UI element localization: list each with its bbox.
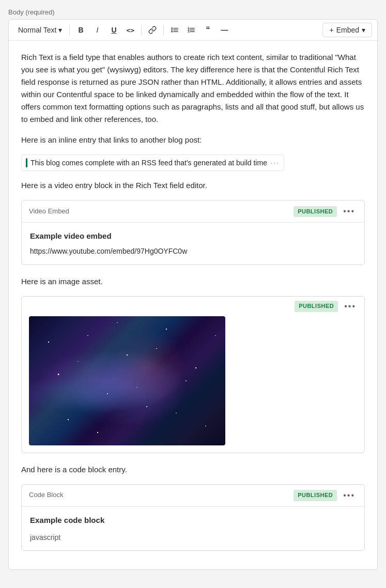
field-label: Body (required): [8, 8, 378, 16]
video-card-title: Example video embed: [30, 230, 356, 242]
quote-button[interactable]: “: [200, 23, 215, 37]
bold-button[interactable]: B: [73, 23, 88, 37]
toolbar-divider-1: [69, 25, 70, 35]
svg-rect-7: [190, 28, 195, 28]
svg-point-0: [172, 27, 173, 29]
embed-label: Embed: [336, 26, 359, 34]
video-embed-card: Video Embed PUBLISHED ••• Example video …: [21, 200, 365, 265]
code-card-menu-button[interactable]: •••: [341, 490, 357, 501]
format-buttons: B I U <>: [73, 23, 138, 37]
paragraph-2: Here is an inline entry that links to an…: [21, 134, 365, 146]
code-card-body: Example code block javascript: [22, 507, 364, 550]
hr-button[interactable]: —: [217, 23, 232, 37]
video-card-body: Example video embed https://www.youtube.…: [22, 223, 364, 264]
svg-rect-3: [174, 29, 178, 30]
bullet-list-button[interactable]: [167, 23, 182, 37]
paragraph-3: Here is a video entry block in the Rich …: [21, 179, 365, 192]
video-card-type: Video Embed: [29, 206, 69, 217]
code-card-language: javascript: [30, 530, 356, 543]
link-button[interactable]: [145, 23, 160, 37]
video-card-url: https://www.youtube.com/embed/97Hg0OYFC0…: [30, 245, 356, 257]
code-card-header: Code Block PUBLISHED •••: [22, 485, 364, 507]
toolbar-divider-3: [163, 25, 164, 35]
code-button[interactable]: <>: [122, 23, 138, 37]
inline-entry-text: This blog comes complete with an RSS fee…: [30, 157, 267, 168]
italic-button[interactable]: I: [89, 23, 105, 37]
ordered-list-icon: 1. 2. 3.: [187, 26, 195, 34]
code-card-type: Code Block: [29, 490, 63, 501]
code-card-title: Example code block: [30, 514, 356, 527]
paragraph-4: Here is an image asset.: [21, 275, 365, 288]
image-asset-card: PUBLISHED •••: [21, 296, 365, 453]
embed-chevron-icon: ▾: [362, 26, 365, 34]
toolbar-divider-2: [141, 25, 142, 35]
ordered-list-button[interactable]: 1. 2. 3.: [183, 23, 199, 37]
underline-button[interactable]: U: [106, 23, 121, 37]
editor-content: Rich Text is a field type that enables a…: [9, 41, 377, 569]
code-block-card: Code Block PUBLISHED ••• Example code bl…: [21, 484, 365, 551]
video-card-header: Video Embed PUBLISHED •••: [22, 200, 364, 223]
image-card-menu-button[interactable]: •••: [342, 301, 358, 312]
svg-rect-9: [190, 29, 195, 30]
image-card-header: PUBLISHED •••: [22, 297, 364, 316]
svg-rect-11: [190, 32, 195, 32]
link-icon: [148, 26, 157, 34]
video-published-badge: PUBLISHED: [294, 206, 337, 218]
code-published-badge: PUBLISHED: [294, 490, 337, 501]
text-style-label: Normal Text: [18, 26, 56, 34]
embed-button[interactable]: + Embed ▾: [322, 23, 372, 37]
paragraph-1: Rich Text is a field type that enables a…: [21, 51, 365, 126]
chevron-down-icon: ▾: [58, 26, 62, 34]
inline-entry-accent-bar: [26, 158, 27, 167]
svg-point-2: [172, 29, 173, 31]
embed-plus-icon: +: [329, 26, 333, 34]
video-card-header-right: PUBLISHED •••: [294, 206, 357, 217]
galaxy-image: [29, 316, 225, 445]
image-published-badge: PUBLISHED: [295, 301, 338, 312]
code-card-header-right: PUBLISHED •••: [294, 490, 357, 501]
rich-text-editor: Normal Text ▾ B I U <>: [8, 19, 378, 570]
bullet-list-icon: [171, 26, 179, 34]
svg-rect-1: [174, 28, 178, 28]
svg-point-4: [172, 31, 173, 33]
inline-entry-menu-dots[interactable]: ···: [270, 157, 280, 168]
text-style-dropdown[interactable]: Normal Text ▾: [14, 24, 66, 36]
video-card-menu-button[interactable]: •••: [341, 206, 357, 217]
paragraph-5: And here is a code block entry.: [21, 463, 365, 476]
inline-entry[interactable]: This blog comes complete with an RSS fee…: [21, 154, 284, 171]
svg-rect-5: [174, 32, 178, 32]
inline-entry-wrapper: This blog comes complete with an RSS fee…: [21, 154, 365, 171]
editor-toolbar: Normal Text ▾ B I U <>: [9, 20, 377, 41]
